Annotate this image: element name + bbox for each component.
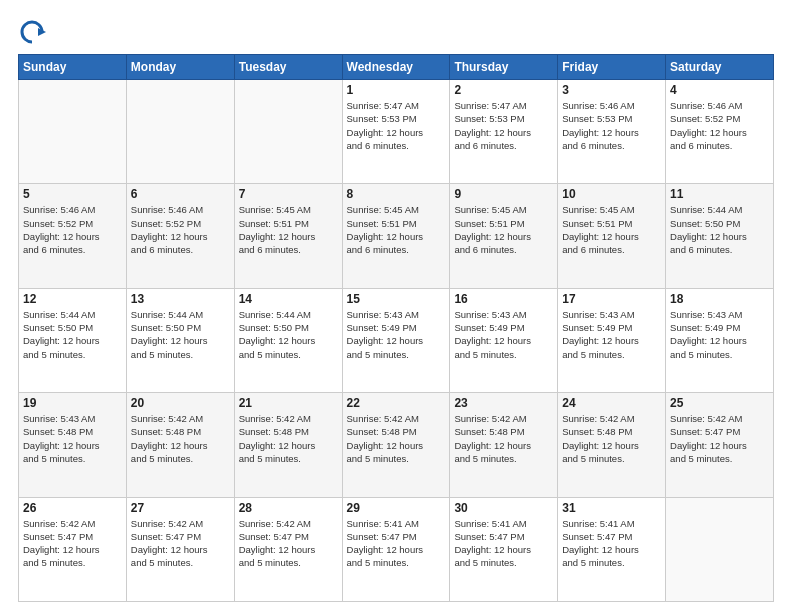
day-number: 21	[239, 396, 338, 410]
day-info: Sunrise: 5:44 AM Sunset: 5:50 PM Dayligh…	[239, 308, 338, 361]
day-number: 29	[347, 501, 446, 515]
day-info: Sunrise: 5:42 AM Sunset: 5:48 PM Dayligh…	[239, 412, 338, 465]
day-info: Sunrise: 5:43 AM Sunset: 5:48 PM Dayligh…	[23, 412, 122, 465]
day-info: Sunrise: 5:43 AM Sunset: 5:49 PM Dayligh…	[454, 308, 553, 361]
calendar-day: 3Sunrise: 5:46 AM Sunset: 5:53 PM Daylig…	[558, 80, 666, 184]
day-info: Sunrise: 5:42 AM Sunset: 5:47 PM Dayligh…	[670, 412, 769, 465]
day-number: 5	[23, 187, 122, 201]
day-number: 10	[562, 187, 661, 201]
day-number: 23	[454, 396, 553, 410]
calendar-day: 16Sunrise: 5:43 AM Sunset: 5:49 PM Dayli…	[450, 288, 558, 392]
day-number: 30	[454, 501, 553, 515]
calendar-week-2: 5Sunrise: 5:46 AM Sunset: 5:52 PM Daylig…	[19, 184, 774, 288]
day-info: Sunrise: 5:42 AM Sunset: 5:47 PM Dayligh…	[239, 517, 338, 570]
day-info: Sunrise: 5:47 AM Sunset: 5:53 PM Dayligh…	[347, 99, 446, 152]
day-number: 31	[562, 501, 661, 515]
weekday-sunday: Sunday	[19, 55, 127, 80]
calendar-day: 21Sunrise: 5:42 AM Sunset: 5:48 PM Dayli…	[234, 393, 342, 497]
calendar-day: 25Sunrise: 5:42 AM Sunset: 5:47 PM Dayli…	[666, 393, 774, 497]
day-info: Sunrise: 5:43 AM Sunset: 5:49 PM Dayligh…	[670, 308, 769, 361]
weekday-wednesday: Wednesday	[342, 55, 450, 80]
calendar-day: 8Sunrise: 5:45 AM Sunset: 5:51 PM Daylig…	[342, 184, 450, 288]
calendar-day: 22Sunrise: 5:42 AM Sunset: 5:48 PM Dayli…	[342, 393, 450, 497]
day-number: 28	[239, 501, 338, 515]
day-number: 15	[347, 292, 446, 306]
day-info: Sunrise: 5:47 AM Sunset: 5:53 PM Dayligh…	[454, 99, 553, 152]
calendar-day: 9Sunrise: 5:45 AM Sunset: 5:51 PM Daylig…	[450, 184, 558, 288]
calendar-body: 1Sunrise: 5:47 AM Sunset: 5:53 PM Daylig…	[19, 80, 774, 602]
calendar-day: 31Sunrise: 5:41 AM Sunset: 5:47 PM Dayli…	[558, 497, 666, 601]
calendar-day: 14Sunrise: 5:44 AM Sunset: 5:50 PM Dayli…	[234, 288, 342, 392]
day-info: Sunrise: 5:46 AM Sunset: 5:52 PM Dayligh…	[23, 203, 122, 256]
header	[18, 18, 774, 46]
calendar-day: 10Sunrise: 5:45 AM Sunset: 5:51 PM Dayli…	[558, 184, 666, 288]
day-number: 6	[131, 187, 230, 201]
day-info: Sunrise: 5:42 AM Sunset: 5:48 PM Dayligh…	[454, 412, 553, 465]
calendar-day: 2Sunrise: 5:47 AM Sunset: 5:53 PM Daylig…	[450, 80, 558, 184]
weekday-friday: Friday	[558, 55, 666, 80]
page: SundayMondayTuesdayWednesdayThursdayFrid…	[0, 0, 792, 612]
day-info: Sunrise: 5:41 AM Sunset: 5:47 PM Dayligh…	[562, 517, 661, 570]
day-number: 4	[670, 83, 769, 97]
calendar-day: 29Sunrise: 5:41 AM Sunset: 5:47 PM Dayli…	[342, 497, 450, 601]
day-info: Sunrise: 5:46 AM Sunset: 5:53 PM Dayligh…	[562, 99, 661, 152]
day-info: Sunrise: 5:45 AM Sunset: 5:51 PM Dayligh…	[562, 203, 661, 256]
weekday-saturday: Saturday	[666, 55, 774, 80]
day-number: 2	[454, 83, 553, 97]
calendar-day	[666, 497, 774, 601]
weekday-tuesday: Tuesday	[234, 55, 342, 80]
calendar-day: 30Sunrise: 5:41 AM Sunset: 5:47 PM Dayli…	[450, 497, 558, 601]
day-number: 14	[239, 292, 338, 306]
day-info: Sunrise: 5:46 AM Sunset: 5:52 PM Dayligh…	[131, 203, 230, 256]
calendar-day: 26Sunrise: 5:42 AM Sunset: 5:47 PM Dayli…	[19, 497, 127, 601]
day-number: 11	[670, 187, 769, 201]
calendar-day: 7Sunrise: 5:45 AM Sunset: 5:51 PM Daylig…	[234, 184, 342, 288]
day-info: Sunrise: 5:44 AM Sunset: 5:50 PM Dayligh…	[670, 203, 769, 256]
calendar-day: 17Sunrise: 5:43 AM Sunset: 5:49 PM Dayli…	[558, 288, 666, 392]
day-info: Sunrise: 5:44 AM Sunset: 5:50 PM Dayligh…	[23, 308, 122, 361]
calendar-week-3: 12Sunrise: 5:44 AM Sunset: 5:50 PM Dayli…	[19, 288, 774, 392]
day-info: Sunrise: 5:44 AM Sunset: 5:50 PM Dayligh…	[131, 308, 230, 361]
day-number: 20	[131, 396, 230, 410]
day-info: Sunrise: 5:42 AM Sunset: 5:47 PM Dayligh…	[23, 517, 122, 570]
day-info: Sunrise: 5:43 AM Sunset: 5:49 PM Dayligh…	[347, 308, 446, 361]
calendar-day: 19Sunrise: 5:43 AM Sunset: 5:48 PM Dayli…	[19, 393, 127, 497]
logo	[18, 18, 50, 46]
day-info: Sunrise: 5:41 AM Sunset: 5:47 PM Dayligh…	[347, 517, 446, 570]
calendar-table: SundayMondayTuesdayWednesdayThursdayFrid…	[18, 54, 774, 602]
day-info: Sunrise: 5:45 AM Sunset: 5:51 PM Dayligh…	[454, 203, 553, 256]
calendar-day: 28Sunrise: 5:42 AM Sunset: 5:47 PM Dayli…	[234, 497, 342, 601]
calendar-day: 12Sunrise: 5:44 AM Sunset: 5:50 PM Dayli…	[19, 288, 127, 392]
calendar-day: 6Sunrise: 5:46 AM Sunset: 5:52 PM Daylig…	[126, 184, 234, 288]
day-info: Sunrise: 5:45 AM Sunset: 5:51 PM Dayligh…	[239, 203, 338, 256]
calendar-day: 5Sunrise: 5:46 AM Sunset: 5:52 PM Daylig…	[19, 184, 127, 288]
calendar-day: 4Sunrise: 5:46 AM Sunset: 5:52 PM Daylig…	[666, 80, 774, 184]
day-number: 16	[454, 292, 553, 306]
day-number: 12	[23, 292, 122, 306]
calendar-day	[126, 80, 234, 184]
day-info: Sunrise: 5:42 AM Sunset: 5:48 PM Dayligh…	[562, 412, 661, 465]
day-info: Sunrise: 5:43 AM Sunset: 5:49 PM Dayligh…	[562, 308, 661, 361]
calendar-day: 24Sunrise: 5:42 AM Sunset: 5:48 PM Dayli…	[558, 393, 666, 497]
calendar-day: 15Sunrise: 5:43 AM Sunset: 5:49 PM Dayli…	[342, 288, 450, 392]
calendar-day: 1Sunrise: 5:47 AM Sunset: 5:53 PM Daylig…	[342, 80, 450, 184]
day-info: Sunrise: 5:42 AM Sunset: 5:47 PM Dayligh…	[131, 517, 230, 570]
logo-icon	[18, 18, 46, 46]
weekday-header-row: SundayMondayTuesdayWednesdayThursdayFrid…	[19, 55, 774, 80]
day-info: Sunrise: 5:45 AM Sunset: 5:51 PM Dayligh…	[347, 203, 446, 256]
calendar-day: 23Sunrise: 5:42 AM Sunset: 5:48 PM Dayli…	[450, 393, 558, 497]
calendar-header: SundayMondayTuesdayWednesdayThursdayFrid…	[19, 55, 774, 80]
day-info: Sunrise: 5:42 AM Sunset: 5:48 PM Dayligh…	[131, 412, 230, 465]
day-number: 24	[562, 396, 661, 410]
calendar-day: 11Sunrise: 5:44 AM Sunset: 5:50 PM Dayli…	[666, 184, 774, 288]
day-number: 7	[239, 187, 338, 201]
day-number: 8	[347, 187, 446, 201]
calendar-day: 20Sunrise: 5:42 AM Sunset: 5:48 PM Dayli…	[126, 393, 234, 497]
calendar-week-5: 26Sunrise: 5:42 AM Sunset: 5:47 PM Dayli…	[19, 497, 774, 601]
calendar-day: 18Sunrise: 5:43 AM Sunset: 5:49 PM Dayli…	[666, 288, 774, 392]
calendar-day: 13Sunrise: 5:44 AM Sunset: 5:50 PM Dayli…	[126, 288, 234, 392]
day-number: 13	[131, 292, 230, 306]
day-number: 22	[347, 396, 446, 410]
day-number: 27	[131, 501, 230, 515]
day-number: 9	[454, 187, 553, 201]
